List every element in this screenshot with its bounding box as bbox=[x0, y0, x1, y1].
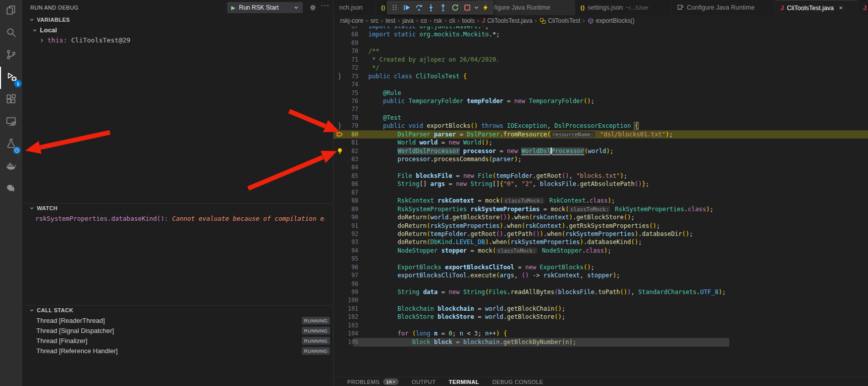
activity-item-remote-explorer[interactable] bbox=[0, 111, 22, 133]
breadcrumb-item-co[interactable]: co bbox=[420, 17, 427, 24]
fold-indicator-icon[interactable]: ) bbox=[338, 121, 342, 131]
code-text[interactable]: doReturn(DbKind.LEVEL_DB).when(rskSystem… bbox=[368, 238, 642, 246]
gutter-glyph-margin[interactable] bbox=[333, 255, 346, 263]
run-config-dropdown[interactable]: ▶ Run RSK Start bbox=[227, 2, 303, 13]
code-text[interactable]: exportBlocksCliTool.execute(args, () -> … bbox=[368, 271, 620, 279]
editor-tab-settings.json[interactable]: {}settings.json~/.../User bbox=[575, 0, 671, 15]
line-number[interactable]: 82 bbox=[346, 147, 358, 155]
code-line-79[interactable]: )79 public void exportBlocks() throws IO… bbox=[333, 122, 868, 130]
gutter-glyph-margin[interactable] bbox=[333, 56, 346, 64]
code-line-85[interactable]: 85 File blocksFile = new File(tempFolder… bbox=[333, 172, 868, 180]
gutter-glyph-margin[interactable] bbox=[333, 213, 346, 221]
gutter-glyph-margin[interactable] bbox=[333, 47, 346, 55]
line-number[interactable]: 79 bbox=[346, 122, 358, 130]
panel-tab-output[interactable]: OUTPUT bbox=[412, 379, 436, 385]
line-number[interactable]: 95 bbox=[346, 255, 358, 263]
code-line-81[interactable]: 81 World world = new World(); bbox=[333, 138, 868, 147]
activity-item-explorer[interactable] bbox=[0, 0, 22, 22]
horizontal-scrollbar[interactable] bbox=[353, 338, 729, 347]
line-number[interactable]: 91 bbox=[346, 222, 358, 230]
gutter-glyph-margin[interactable] bbox=[333, 30, 346, 38]
code-line-101[interactable]: 101 Blockchain blockchain = world.getBlo… bbox=[333, 305, 868, 313]
line-number[interactable]: 101 bbox=[346, 305, 358, 313]
code-text[interactable]: */ bbox=[368, 64, 379, 72]
chevron-down-icon[interactable] bbox=[294, 5, 299, 10]
code-line-99[interactable]: 99 String data = new String(Files.readAl… bbox=[333, 288, 868, 296]
editor-tab-Configure Java Runtime[interactable]: Configure Java Runtime bbox=[671, 0, 775, 15]
code-line-82[interactable]: 82 WorldDslProcessor processor = new Wor… bbox=[333, 147, 868, 155]
code-text[interactable]: import static org.mockito.Mockito.*; bbox=[368, 30, 500, 38]
panel-tab-problems[interactable]: PROBLEMS1K+ bbox=[347, 378, 399, 385]
line-number[interactable]: 87 bbox=[346, 188, 358, 197]
toolbar-grip-handle[interactable] bbox=[389, 2, 401, 14]
code-line-92[interactable]: 92 doReturn(tempFolder.getRoot().getPath… bbox=[333, 230, 868, 238]
code-text[interactable]: /** bbox=[368, 47, 379, 55]
code-text[interactable]: DslParser parser = DslParser.fromResourc… bbox=[368, 130, 673, 138]
code-line-72[interactable]: 72 */ bbox=[333, 64, 868, 72]
code-text[interactable]: public void exportBlocks() throws IOExce… bbox=[368, 122, 638, 130]
code-line-88[interactable]: 88 RskContext rskContext = mock(classToM… bbox=[333, 197, 868, 205]
stop-dropdown-icon[interactable] bbox=[473, 2, 479, 14]
gutter-glyph-margin[interactable] bbox=[333, 80, 346, 88]
hot-code-replace-icon[interactable] bbox=[479, 2, 492, 14]
code-line-86[interactable]: 86 String[] args = new String[]{"0", "2"… bbox=[333, 180, 868, 188]
line-number[interactable]: 88 bbox=[346, 197, 358, 205]
gutter-glyph-margin[interactable] bbox=[333, 263, 346, 271]
line-number[interactable]: 85 bbox=[346, 172, 358, 180]
line-number[interactable]: 98 bbox=[346, 280, 358, 288]
activity-item-run-and-debug[interactable]: 1 bbox=[0, 67, 23, 89]
code-line-73[interactable]: )73public class CliToolsTest { bbox=[333, 72, 868, 80]
gutter-glyph-margin[interactable] bbox=[333, 105, 346, 113]
line-number[interactable]: 73 bbox=[346, 72, 358, 80]
more-actions-icon[interactable]: ··· bbox=[321, 1, 330, 9]
editor-tab-nch.json[interactable]: nch.json bbox=[334, 0, 376, 15]
code-text[interactable]: doReturn(world.getBlockStore()).when(rsk… bbox=[368, 213, 635, 221]
gutter-glyph-margin[interactable] bbox=[333, 138, 346, 147]
gutter-glyph-margin[interactable] bbox=[333, 163, 346, 171]
gutter-glyph-margin[interactable] bbox=[333, 329, 346, 337]
gutter-glyph-margin[interactable] bbox=[333, 230, 346, 238]
code-text[interactable]: Blockchain blockchain = world.getBlockCh… bbox=[368, 305, 565, 313]
code-text[interactable]: RskSystemProperties rskSystemProperties … bbox=[368, 205, 714, 213]
breadcrumb-item-rskj-core[interactable]: rskj-core bbox=[340, 17, 363, 24]
code-line-87[interactable]: 87 bbox=[333, 188, 868, 197]
line-number[interactable]: 74 bbox=[346, 80, 358, 88]
line-number[interactable]: 92 bbox=[346, 230, 358, 238]
gutter-glyph-margin[interactable] bbox=[333, 338, 346, 346]
lightbulb-icon[interactable] bbox=[337, 148, 343, 155]
line-number[interactable]: 102 bbox=[346, 313, 358, 321]
gutter-glyph-margin[interactable] bbox=[333, 147, 346, 155]
code-line-91[interactable]: 91 doReturn(rskSystemProperties).when(rs… bbox=[333, 222, 868, 230]
breadcrumb-item-test[interactable]: test bbox=[386, 17, 395, 24]
code-text[interactable]: public class CliToolsTest { bbox=[368, 72, 467, 80]
watch-section-header[interactable]: WATCH bbox=[29, 205, 58, 211]
code-line-97[interactable]: 97 exportBlocksCliTool.execute(args, () … bbox=[333, 271, 868, 279]
code-text[interactable]: doReturn(rskSystemProperties).when(rskCo… bbox=[368, 222, 660, 230]
call-stack-thread-row[interactable]: Thread [Signal Dispatcher] RUNNING bbox=[22, 325, 333, 335]
gutter-glyph-margin[interactable] bbox=[333, 64, 346, 72]
breadcrumb-item-exportBlocks-[interactable]: exportBlocks() bbox=[587, 17, 635, 24]
code-line-94[interactable]: 94 NodeStopper stopper = mock(classToMoc… bbox=[333, 247, 868, 255]
activity-item-gradle[interactable] bbox=[0, 178, 22, 200]
line-number[interactable]: 70 bbox=[346, 47, 358, 55]
code-text[interactable]: @Test bbox=[368, 114, 401, 122]
code-text[interactable]: processor.processCommands(parser); bbox=[368, 155, 522, 163]
gutter-glyph-margin[interactable] bbox=[333, 313, 346, 321]
breadcrumb-item-rsk[interactable]: rsk bbox=[434, 17, 442, 24]
breakpoint-current-line-icon[interactable] bbox=[336, 131, 344, 138]
line-number[interactable]: 80 bbox=[346, 130, 358, 138]
call-stack-thread-row[interactable]: Thread [Finalizer] RUNNING bbox=[22, 335, 333, 346]
code-text[interactable]: WorldDslProcessor processor = new WorldD… bbox=[368, 147, 614, 155]
call-stack-thread-row[interactable]: Thread [ReaderThread] RUNNING bbox=[22, 315, 333, 325]
gutter-glyph-margin[interactable] bbox=[333, 271, 346, 279]
code-line-103[interactable]: 103 bbox=[333, 321, 868, 329]
code-text[interactable]: * Created by ajlopez on 26/04/2020. bbox=[368, 56, 500, 64]
gutter-glyph-margin[interactable] bbox=[333, 288, 346, 296]
line-number[interactable]: 94 bbox=[346, 247, 358, 255]
step-over-icon[interactable] bbox=[413, 2, 425, 14]
code-line-93[interactable]: 93 doReturn(DbKind.LEVEL_DB).when(rskSys… bbox=[333, 238, 868, 246]
code-text[interactable]: public TemporaryFolder tempFolder = new … bbox=[368, 97, 594, 105]
continue-icon[interactable] bbox=[401, 2, 413, 14]
call-stack-thread-row[interactable]: Thread [Reference Handler] RUNNING bbox=[22, 346, 333, 356]
breadcrumb-item-tools[interactable]: tools bbox=[462, 17, 474, 24]
